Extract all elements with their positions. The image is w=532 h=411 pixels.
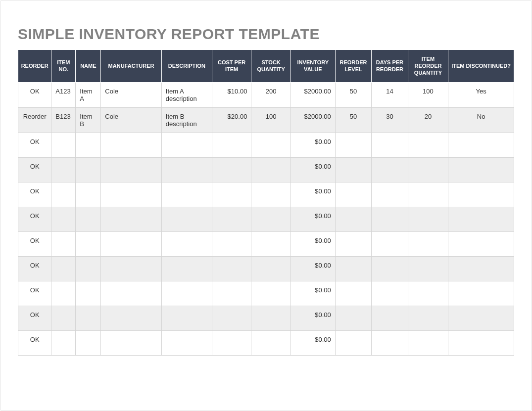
cell-cost-per-item: $10.00 [212,83,251,108]
cell-manufacturer [101,183,161,207]
cell-stock-quantity [251,207,291,232]
cell-item-reorder-qty [408,183,448,207]
cell-stock-quantity: 100 [251,108,291,133]
cell-reorder-level [335,158,371,183]
cell-item-no [51,331,76,356]
cell-item-reorder-qty: 100 [408,83,448,108]
cell-cost-per-item [212,306,251,331]
cell-cost-per-item: $20.00 [212,108,251,133]
cell-item-no [51,158,76,183]
cell-name: Item A [76,83,101,108]
cell-reorder: OK [18,281,51,306]
cell-name [76,281,101,306]
cell-cost-per-item [212,133,251,158]
cell-manufacturer [101,331,161,356]
cell-reorder-level [335,183,371,207]
cell-reorder-level [335,257,371,281]
cell-cost-per-item [212,183,251,207]
cell-stock-quantity [251,133,291,158]
col-header-reorder-level: REORDER LEVEL [335,50,371,83]
cell-days-per-reorder [372,306,408,331]
cell-stock-quantity [251,158,291,183]
cell-stock-quantity [251,183,291,207]
col-header-item-reorder-qty: ITEM REORDER QUANTITY [408,50,448,83]
cell-item-discontinued [448,133,514,158]
cell-manufacturer [101,207,161,232]
cell-item-no [51,281,76,306]
col-header-stock-quantity: STOCK QUANTITY [251,50,291,83]
cell-reorder-level [335,331,371,356]
cell-manufacturer [101,232,161,257]
cell-item-no [51,306,76,331]
cell-days-per-reorder [372,158,408,183]
cell-item-discontinued [448,281,514,306]
cell-stock-quantity [251,281,291,306]
cell-cost-per-item [212,257,251,281]
cell-days-per-reorder: 14 [372,83,408,108]
cell-item-no [51,257,76,281]
cell-description [161,281,212,306]
cell-name [76,183,101,207]
cell-description [161,158,212,183]
table-row: OK$0.00 [18,257,514,281]
cell-reorder: OK [18,133,51,158]
cell-inventory-value: $0.00 [290,183,335,207]
table-row: OKA123Item AColeItem A description$10.00… [18,83,514,108]
cell-description [161,133,212,158]
cell-item-no [51,133,76,158]
cell-manufacturer: Cole [101,83,161,108]
cell-stock-quantity [251,306,291,331]
cell-days-per-reorder [372,331,408,356]
cell-inventory-value: $0.00 [290,257,335,281]
cell-manufacturer [101,133,161,158]
cell-description: Item A description [161,83,212,108]
table-row: OK$0.00 [18,232,514,257]
cell-description [161,306,212,331]
cell-days-per-reorder [372,207,408,232]
cell-item-no [51,183,76,207]
cell-manufacturer [101,306,161,331]
page: SIMPLE INVENTORY REPORT TEMPLATE REORDER… [0,0,532,411]
cell-description [161,232,212,257]
cell-inventory-value: $2000.00 [290,108,335,133]
cell-days-per-reorder: 30 [372,108,408,133]
cell-name [76,331,101,356]
cell-days-per-reorder [372,232,408,257]
inventory-table: REORDER ITEM NO. NAME MANUFACTURER DESCR… [18,49,514,356]
cell-reorder: OK [18,183,51,207]
cell-stock-quantity [251,331,291,356]
cell-description [161,183,212,207]
table-row: OK$0.00 [18,306,514,331]
cell-reorder: OK [18,232,51,257]
cell-inventory-value: $0.00 [290,207,335,232]
cell-item-discontinued [448,331,514,356]
cell-days-per-reorder [372,257,408,281]
cell-description [161,331,212,356]
cell-cost-per-item [212,331,251,356]
cell-reorder: OK [18,257,51,281]
cell-manufacturer [101,158,161,183]
cell-days-per-reorder [372,133,408,158]
cell-item-reorder-qty [408,232,448,257]
col-header-reorder: REORDER [18,50,51,83]
cell-item-no: B123 [51,108,76,133]
cell-reorder-level: 50 [335,83,371,108]
cell-reorder: OK [18,306,51,331]
cell-item-discontinued [448,257,514,281]
cell-inventory-value: $0.00 [290,232,335,257]
cell-name [76,232,101,257]
cell-reorder-level [335,232,371,257]
cell-reorder: Reorder [18,108,51,133]
cell-item-reorder-qty [408,133,448,158]
cell-item-reorder-qty [408,306,448,331]
cell-item-reorder-qty [408,331,448,356]
cell-stock-quantity [251,257,291,281]
cell-item-reorder-qty [408,257,448,281]
cell-item-no [51,232,76,257]
cell-reorder: OK [18,83,51,108]
cell-reorder-level [335,281,371,306]
table-row: ReorderB123Item BColeItem B description$… [18,108,514,133]
cell-inventory-value: $0.00 [290,331,335,356]
cell-reorder-level: 50 [335,108,371,133]
cell-name [76,257,101,281]
